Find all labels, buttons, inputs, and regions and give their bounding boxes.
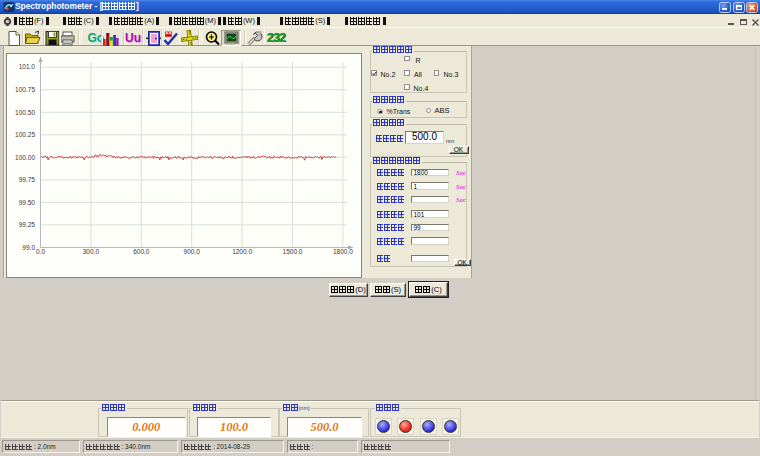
svg-text:100.00: 100.00: [15, 154, 35, 161]
svg-text:100.50: 100.50: [15, 109, 35, 116]
svg-text:100.25: 100.25: [15, 131, 35, 138]
svg-text:99.0: 99.0: [22, 244, 35, 251]
svg-text:99.75: 99.75: [19, 176, 36, 183]
svg-text:1500.0: 1500.0: [283, 248, 303, 255]
svg-text:300.0: 300.0: [83, 248, 100, 255]
svg-text:900.0: 900.0: [184, 248, 201, 255]
svg-text:1200.0: 1200.0: [232, 248, 252, 255]
svg-text:0.0: 0.0: [36, 248, 45, 255]
svg-text:99.50: 99.50: [19, 199, 36, 206]
svg-text:99.25: 99.25: [19, 221, 36, 228]
svg-text:1800.0: 1800.0: [333, 248, 353, 255]
svg-text:600.0: 600.0: [133, 248, 150, 255]
svg-text:101.0: 101.0: [19, 63, 36, 70]
svg-text:100.75: 100.75: [15, 86, 35, 93]
